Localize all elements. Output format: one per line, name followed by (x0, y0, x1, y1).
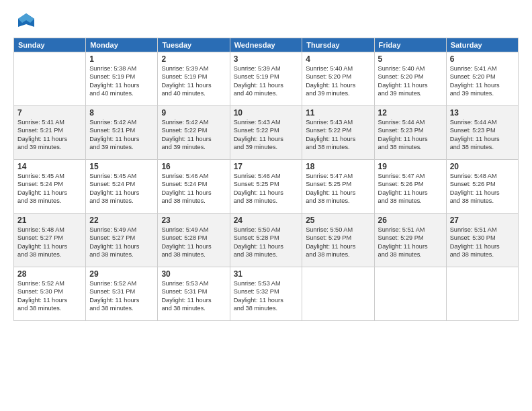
day-info: Sunrise: 5:45 AM Sunset: 5:24 PM Dayligh… (89, 172, 154, 205)
logo (13, 13, 37, 32)
day-info: Sunrise: 5:52 AM Sunset: 5:30 PM Dayligh… (17, 279, 82, 313)
day-number: 23 (161, 216, 226, 225)
day-number: 5 (378, 54, 443, 64)
calendar-cell: 26Sunrise: 5:51 AM Sunset: 5:29 PM Dayli… (374, 214, 446, 267)
calendar-week-row: 14Sunrise: 5:45 AM Sunset: 5:24 PM Dayli… (14, 160, 519, 214)
calendar-day-header: Saturday (446, 38, 518, 52)
day-number: 29 (89, 269, 154, 279)
day-info: Sunrise: 5:43 AM Sunset: 5:22 PM Dayligh… (234, 118, 299, 152)
day-info: Sunrise: 5:39 AM Sunset: 5:19 PM Dayligh… (161, 64, 226, 98)
day-info: Sunrise: 5:42 AM Sunset: 5:21 PM Dayligh… (89, 118, 154, 152)
day-number: 1 (89, 54, 154, 64)
day-number: 16 (161, 162, 226, 171)
calendar-day-header: Sunday (14, 38, 86, 52)
day-number: 30 (161, 269, 226, 279)
calendar-cell: 23Sunrise: 5:49 AM Sunset: 5:28 PM Dayli… (158, 214, 230, 267)
day-number: 19 (378, 162, 443, 171)
calendar-cell: 3Sunrise: 5:39 AM Sunset: 5:19 PM Daylig… (230, 52, 302, 106)
day-number: 4 (306, 54, 370, 64)
calendar-cell: 6Sunrise: 5:41 AM Sunset: 5:20 PM Daylig… (446, 52, 518, 106)
day-number: 8 (89, 108, 154, 118)
day-number: 31 (234, 269, 299, 279)
day-info: Sunrise: 5:49 AM Sunset: 5:27 PM Dayligh… (89, 226, 154, 259)
day-info: Sunrise: 5:47 AM Sunset: 5:25 PM Dayligh… (306, 172, 370, 205)
calendar-cell: 12Sunrise: 5:44 AM Sunset: 5:23 PM Dayli… (374, 106, 446, 160)
calendar-cell: 30Sunrise: 5:53 AM Sunset: 5:31 PM Dayli… (158, 267, 230, 321)
day-number: 3 (234, 54, 299, 64)
day-number: 17 (234, 162, 299, 171)
day-number: 25 (306, 216, 370, 225)
day-info: Sunrise: 5:45 AM Sunset: 5:24 PM Dayligh… (17, 172, 82, 205)
day-number: 18 (306, 162, 370, 171)
calendar-cell: 19Sunrise: 5:47 AM Sunset: 5:26 PM Dayli… (374, 160, 446, 214)
day-info: Sunrise: 5:50 AM Sunset: 5:29 PM Dayligh… (306, 226, 370, 259)
calendar-cell: 24Sunrise: 5:50 AM Sunset: 5:28 PM Dayli… (230, 214, 302, 267)
day-info: Sunrise: 5:51 AM Sunset: 5:29 PM Dayligh… (378, 226, 443, 259)
day-info: Sunrise: 5:41 AM Sunset: 5:21 PM Dayligh… (17, 118, 82, 152)
calendar-table: SundayMondayTuesdayWednesdayThursdayFrid… (13, 38, 519, 321)
day-info: Sunrise: 5:53 AM Sunset: 5:31 PM Dayligh… (161, 279, 226, 313)
page: SundayMondayTuesdayWednesdayThursdayFrid… (0, 0, 532, 411)
day-number: 26 (378, 216, 443, 225)
day-number: 21 (17, 216, 82, 225)
calendar-day-header: Wednesday (230, 38, 302, 52)
day-number: 7 (17, 108, 82, 118)
calendar-cell: 9Sunrise: 5:42 AM Sunset: 5:22 PM Daylig… (158, 106, 230, 160)
day-info: Sunrise: 5:39 AM Sunset: 5:19 PM Dayligh… (234, 64, 299, 98)
day-number: 24 (234, 216, 299, 225)
day-info: Sunrise: 5:40 AM Sunset: 5:20 PM Dayligh… (378, 64, 443, 98)
calendar-cell (302, 267, 374, 321)
calendar-week-row: 7Sunrise: 5:41 AM Sunset: 5:21 PM Daylig… (14, 106, 519, 160)
day-info: Sunrise: 5:53 AM Sunset: 5:32 PM Dayligh… (234, 279, 299, 313)
calendar-cell (14, 52, 86, 106)
day-info: Sunrise: 5:40 AM Sunset: 5:20 PM Dayligh… (306, 64, 370, 98)
calendar-cell: 29Sunrise: 5:52 AM Sunset: 5:31 PM Dayli… (86, 267, 158, 321)
calendar-cell: 11Sunrise: 5:43 AM Sunset: 5:22 PM Dayli… (302, 106, 374, 160)
day-info: Sunrise: 5:49 AM Sunset: 5:28 PM Dayligh… (161, 226, 226, 259)
day-info: Sunrise: 5:52 AM Sunset: 5:31 PM Dayligh… (89, 279, 154, 313)
calendar-day-header: Thursday (302, 38, 374, 52)
calendar-week-row: 28Sunrise: 5:52 AM Sunset: 5:30 PM Dayli… (14, 267, 519, 321)
day-number: 13 (450, 108, 515, 118)
calendar-cell: 14Sunrise: 5:45 AM Sunset: 5:24 PM Dayli… (14, 160, 86, 214)
calendar-cell: 27Sunrise: 5:51 AM Sunset: 5:30 PM Dayli… (446, 214, 518, 267)
day-number: 11 (306, 108, 370, 118)
calendar-cell: 15Sunrise: 5:45 AM Sunset: 5:24 PM Dayli… (86, 160, 158, 214)
day-number: 10 (234, 108, 299, 118)
calendar-day-header: Friday (374, 38, 446, 52)
day-number: 9 (161, 108, 226, 118)
day-info: Sunrise: 5:38 AM Sunset: 5:19 PM Dayligh… (89, 64, 154, 98)
day-info: Sunrise: 5:48 AM Sunset: 5:26 PM Dayligh… (450, 172, 515, 205)
day-number: 22 (89, 216, 154, 225)
calendar-cell: 28Sunrise: 5:52 AM Sunset: 5:30 PM Dayli… (14, 267, 86, 321)
calendar-cell: 4Sunrise: 5:40 AM Sunset: 5:20 PM Daylig… (302, 52, 374, 106)
day-info: Sunrise: 5:47 AM Sunset: 5:26 PM Dayligh… (378, 172, 443, 205)
calendar-cell: 8Sunrise: 5:42 AM Sunset: 5:21 PM Daylig… (86, 106, 158, 160)
day-info: Sunrise: 5:48 AM Sunset: 5:27 PM Dayligh… (17, 226, 82, 259)
calendar-cell: 1Sunrise: 5:38 AM Sunset: 5:19 PM Daylig… (86, 52, 158, 106)
day-info: Sunrise: 5:46 AM Sunset: 5:24 PM Dayligh… (161, 172, 226, 205)
calendar-cell: 7Sunrise: 5:41 AM Sunset: 5:21 PM Daylig… (14, 106, 86, 160)
header (13, 11, 519, 32)
day-info: Sunrise: 5:46 AM Sunset: 5:25 PM Dayligh… (234, 172, 299, 205)
calendar-cell (446, 267, 518, 321)
day-number: 6 (450, 54, 515, 64)
calendar-cell: 20Sunrise: 5:48 AM Sunset: 5:26 PM Dayli… (446, 160, 518, 214)
calendar-header-row: SundayMondayTuesdayWednesdayThursdayFrid… (14, 38, 519, 52)
calendar-cell: 10Sunrise: 5:43 AM Sunset: 5:22 PM Dayli… (230, 106, 302, 160)
calendar-cell: 5Sunrise: 5:40 AM Sunset: 5:20 PM Daylig… (374, 52, 446, 106)
calendar-cell: 2Sunrise: 5:39 AM Sunset: 5:19 PM Daylig… (158, 52, 230, 106)
calendar-cell: 21Sunrise: 5:48 AM Sunset: 5:27 PM Dayli… (14, 214, 86, 267)
calendar-cell: 22Sunrise: 5:49 AM Sunset: 5:27 PM Dayli… (86, 214, 158, 267)
calendar-cell (374, 267, 446, 321)
logo-icon (15, 11, 37, 32)
calendar-cell: 18Sunrise: 5:47 AM Sunset: 5:25 PM Dayli… (302, 160, 374, 214)
day-info: Sunrise: 5:50 AM Sunset: 5:28 PM Dayligh… (234, 226, 299, 259)
day-number: 28 (17, 269, 82, 279)
calendar-week-row: 21Sunrise: 5:48 AM Sunset: 5:27 PM Dayli… (14, 214, 519, 267)
calendar-cell: 17Sunrise: 5:46 AM Sunset: 5:25 PM Dayli… (230, 160, 302, 214)
day-number: 15 (89, 162, 154, 171)
calendar-cell: 16Sunrise: 5:46 AM Sunset: 5:24 PM Dayli… (158, 160, 230, 214)
day-number: 2 (161, 54, 226, 64)
day-info: Sunrise: 5:43 AM Sunset: 5:22 PM Dayligh… (306, 118, 370, 152)
